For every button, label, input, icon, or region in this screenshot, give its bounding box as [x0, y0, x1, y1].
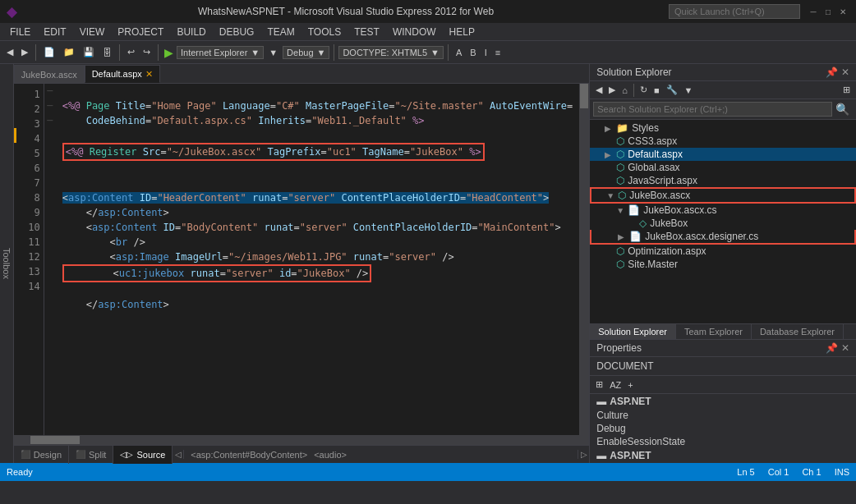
- prop-alpha-view[interactable]: AZ: [607, 378, 624, 392]
- tree-item-jukebox-cs[interactable]: ▼ 📄 JukeBox.ascx.cs: [590, 204, 856, 217]
- design-label: Design: [34, 450, 62, 460]
- solution-tab-database[interactable]: Database Explorer: [752, 324, 844, 339]
- prop-category-view[interactable]: ⊞: [593, 378, 605, 392]
- solution-tabs: Solution Explorer Team Explorer Database…: [590, 323, 856, 339]
- file-icon-css3: ⬡: [616, 135, 624, 147]
- maximize-button[interactable]: □: [821, 6, 835, 17]
- vertical-scrollbar[interactable]: [579, 84, 589, 435]
- solution-tree: ▶ 📁 Styles ⬡ CSS3.aspx ▶ ⬡ Default.aspx: [590, 120, 856, 323]
- tab-source[interactable]: ◁▷ Source: [113, 446, 173, 464]
- more-button[interactable]: ≡: [492, 46, 504, 59]
- solution-tab-explorer[interactable]: Solution Explorer: [590, 324, 676, 339]
- tree-item-optimization[interactable]: ⬡ Optimization.aspx: [590, 245, 856, 258]
- prop-row-enable-session[interactable]: EnableSessionState: [590, 435, 856, 448]
- se-search-input[interactable]: [593, 102, 832, 117]
- menu-help[interactable]: HELP: [443, 25, 481, 39]
- se-search-icon[interactable]: 🔍: [832, 103, 853, 116]
- prop-category-collapse-icon: ▬: [596, 396, 606, 407]
- tree-item-default[interactable]: ▶ ⬡ Default.aspx: [590, 148, 856, 161]
- solution-explorer-toolbar: ◀ ▶ ⌂ ↻ ■ 🔧 ▼ ⊞: [590, 81, 856, 99]
- quick-launch-input[interactable]: [669, 4, 800, 19]
- menu-team[interactable]: TEAM: [260, 25, 301, 39]
- prop-new-btn[interactable]: +: [625, 378, 635, 392]
- menu-file[interactable]: FILE: [3, 25, 37, 39]
- menu-project[interactable]: PROJECT: [111, 25, 170, 39]
- tree-item-styles[interactable]: ▶ 📁 Styles: [590, 121, 856, 135]
- breadcrumb-body-content[interactable]: <asp:Content#BodyContent>: [187, 450, 311, 460]
- prop-category-aspnet2: ▬ ASP.NET: [590, 448, 856, 463]
- toolbar-sep-4: [334, 44, 334, 61]
- menu-bar: FILE EDIT VIEW PROJECT BUILD DEBUG TEAM …: [0, 23, 856, 41]
- se-stop-btn[interactable]: ■: [651, 84, 662, 97]
- code-content[interactable]: <%@ Page Title="Home Page" Language="C#"…: [56, 84, 579, 435]
- tab-default-aspx[interactable]: Default.aspx ✕: [85, 65, 160, 83]
- breadcrumb-nav-right[interactable]: ▷: [578, 450, 589, 459]
- se-filter-btn[interactable]: ▼: [682, 84, 696, 97]
- doctype-dropdown-icon: ▼: [430, 48, 440, 57]
- breadcrumb-audio[interactable]: <audio>: [311, 450, 350, 460]
- pin-button[interactable]: 📌: [826, 66, 838, 78]
- back-button[interactable]: ◀: [3, 45, 16, 59]
- tree-item-global[interactable]: ⬡ Global.asax: [590, 161, 856, 174]
- bold-button[interactable]: B: [467, 46, 479, 59]
- tab-split[interactable]: ⬛ Split: [69, 446, 113, 464]
- run-arrow[interactable]: ▼: [265, 46, 281, 59]
- debug-dropdown[interactable]: Debug ▼: [283, 46, 329, 59]
- new-file-button[interactable]: 📄: [40, 45, 58, 59]
- menu-debug[interactable]: DEBUG: [213, 25, 261, 39]
- format-button[interactable]: A: [453, 46, 465, 59]
- file-icon-jukebox: ⬡: [618, 190, 626, 201]
- se-refresh-btn[interactable]: ↻: [637, 83, 650, 97]
- properties-title: Properties: [596, 342, 642, 354]
- menu-window[interactable]: WINDOW: [386, 25, 443, 39]
- menu-view[interactable]: VIEW: [73, 25, 112, 39]
- toolbox-strip[interactable]: Toolbox: [0, 64, 14, 463]
- se-forward-btn[interactable]: ▶: [606, 83, 618, 97]
- minimize-button[interactable]: ─: [807, 6, 820, 17]
- tab-design[interactable]: ⬛ Design: [14, 446, 69, 464]
- status-ch: Ch 1: [802, 467, 821, 477]
- main-layout: Toolbox JukeBox.ascx Default.aspx ✕: [0, 64, 856, 463]
- undo-button[interactable]: ↩: [124, 45, 138, 59]
- toolbox-label: Toolbox: [2, 248, 12, 279]
- forward-button[interactable]: ▶: [18, 45, 31, 59]
- props-close-button[interactable]: ✕: [841, 342, 849, 354]
- se-back-btn[interactable]: ◀: [593, 83, 605, 97]
- tab-jukebox-ascx[interactable]: JukeBox.ascx: [14, 65, 85, 83]
- panel-close-button[interactable]: ✕: [841, 66, 849, 78]
- se-collapse-btn[interactable]: ⊞: [840, 83, 853, 97]
- toolbar-sep-1: [35, 44, 36, 61]
- doctype-dropdown[interactable]: DOCTYPE: XHTML5 ▼: [338, 46, 444, 59]
- close-button[interactable]: ✕: [836, 6, 849, 17]
- tree-item-sitemaster[interactable]: ⬡ Site.Master: [590, 258, 856, 271]
- run-button[interactable]: ▶: [164, 46, 173, 59]
- italic-button[interactable]: I: [481, 46, 490, 59]
- redo-button[interactable]: ↪: [140, 45, 154, 59]
- open-button[interactable]: 📁: [60, 45, 78, 59]
- tree-item-jukebox-designer[interactable]: ▶ 📄 JukeBox.ascx.designer.cs: [590, 230, 856, 245]
- prop-row-culture[interactable]: Culture: [590, 409, 856, 422]
- se-home-btn[interactable]: ⌂: [619, 84, 630, 97]
- file-icon-sitemaster: ⬡: [616, 259, 624, 270]
- breadcrumb-nav-left[interactable]: ◁: [173, 450, 184, 459]
- horizontal-scrollbar[interactable]: [14, 435, 589, 445]
- menu-tools[interactable]: TOOLS: [301, 25, 347, 39]
- menu-build[interactable]: BUILD: [170, 25, 212, 39]
- tree-item-jukebox-class[interactable]: ◇ JukeBox: [590, 217, 856, 230]
- se-sep: [633, 84, 634, 97]
- se-properties-btn[interactable]: 🔧: [664, 83, 680, 97]
- menu-edit[interactable]: EDIT: [37, 25, 72, 39]
- breadcrumb-bar: <asp:Content#BodyContent> <audio>: [184, 450, 578, 460]
- tree-item-css3[interactable]: ⬡ CSS3.aspx: [590, 135, 856, 148]
- panel-controls: 📌 ✕: [826, 66, 849, 78]
- menu-test[interactable]: TEST: [347, 25, 386, 39]
- save-all-button[interactable]: 🗄: [99, 46, 115, 59]
- file-icon-global: ⬡: [616, 162, 624, 173]
- tree-item-javascript[interactable]: ⬡ JavaScript.aspx: [590, 174, 856, 187]
- browser-dropdown[interactable]: Internet Explorer ▼: [177, 46, 264, 59]
- save-button[interactable]: 💾: [80, 45, 98, 59]
- props-pin-button[interactable]: 📌: [826, 342, 838, 354]
- prop-row-debug[interactable]: Debug: [590, 422, 856, 435]
- solution-tab-team[interactable]: Team Explorer: [676, 324, 752, 339]
- tree-item-jukebox[interactable]: ▼ ⬡ JukeBox.ascx: [590, 187, 856, 204]
